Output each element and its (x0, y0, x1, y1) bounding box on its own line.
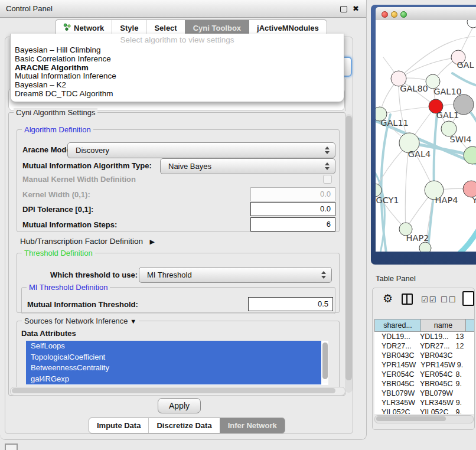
expand-right-icon: ▶ (150, 238, 155, 245)
spinner-arrows-icon (325, 162, 330, 171)
table-cell: 9. (455, 360, 474, 370)
bottom-tab-bar: Impute DataDiscretize DataInfer Network (89, 418, 285, 433)
columns-icon[interactable] (402, 294, 413, 305)
table-cell: YBR043C (374, 351, 415, 360)
table-row[interactable]: YBL079WYBL079W (374, 389, 474, 398)
network-node[interactable] (463, 181, 476, 197)
algorithm-option[interactable]: Bayesian – K2 (11, 81, 344, 90)
mi-steps-field[interactable]: 6 (250, 217, 335, 231)
resize-grip-box[interactable] (5, 444, 18, 450)
column-header[interactable]: shared... (374, 319, 421, 332)
table-horizontal-scrollbar[interactable] (374, 415, 474, 423)
aracne-mode-select[interactable]: Discovery (67, 142, 335, 158)
column-header[interactable]: A (466, 319, 475, 332)
table-row[interactable]: YIL052CYIL052C9. (374, 407, 474, 414)
node-label: HAP2 (406, 233, 429, 243)
mi-type-select[interactable]: Naive Bayes (160, 158, 335, 174)
network-window-titlebar (376, 7, 476, 21)
tab-impute-data[interactable]: Impute Data (89, 418, 148, 433)
table-cell: YIL052C (374, 407, 415, 414)
group-title: Algorithm Definition (22, 125, 93, 134)
table-cell: YDR27... (374, 341, 415, 351)
network-edge (399, 57, 458, 79)
hub-definition-expander[interactable]: Hub/Transcription Factor Definition ▶ (20, 236, 155, 246)
tab-discretize-data[interactable]: Discretize Data (148, 418, 219, 433)
attribute-item[interactable]: gal4RGexp (26, 374, 321, 385)
table-cell: YBR045C (415, 379, 454, 389)
data-attributes-label: Data Attributes (21, 329, 76, 338)
table-row[interactable]: YBR043CYBR043C (374, 351, 474, 360)
mi-threshold-field[interactable]: 0.5 (248, 297, 333, 311)
deselect-all-checkboxes-icon[interactable]: ☐☐ (441, 295, 457, 304)
apply-button[interactable]: Apply (158, 398, 201, 413)
table-row[interactable]: YDR27...YDR27...12 (374, 341, 474, 351)
zoom-traffic-light[interactable] (400, 11, 407, 18)
dpi-tolerance-field[interactable]: 0.0 (250, 202, 335, 216)
network-edge (434, 113, 437, 190)
control-panel-titlebar: Control Panel ✖ (0, 0, 366, 18)
network-canvas[interactable]: GAL80GAL10GAL1GAL11SWI4GAL4GCY1HAP4HAP2G… (376, 20, 476, 252)
table-cell: 12 (454, 341, 474, 351)
attributes-vertical-scrollbar[interactable] (322, 342, 328, 383)
algorithm-placeholder: Select algorithm to view settings (11, 34, 344, 46)
network-node[interactable] (467, 20, 476, 28)
tab-label: Select (154, 24, 177, 32)
table-row[interactable]: YDL19...YDL19...13 (374, 332, 474, 341)
algorithm-option[interactable]: Basic Correlation Inference (11, 55, 344, 64)
attribute-item[interactable]: SelfLoops (26, 341, 321, 352)
algorithm-option[interactable]: ARACNE Algorithm (11, 64, 344, 73)
table-row[interactable]: YBR045CYBR045C9. (374, 379, 474, 389)
table-row[interactable]: YPR145WYPR145W9. (374, 360, 474, 370)
gear-icon[interactable]: ⚙ (383, 293, 393, 304)
tab-label: Style (120, 24, 138, 32)
hub-definition-label: Hub/Transcription Factor Definition (20, 237, 143, 246)
table-row[interactable]: YER054CYER054C8. (374, 370, 474, 379)
sources-title: Sources for Network Inference (24, 317, 128, 325)
close-traffic-light[interactable] (382, 11, 388, 18)
node-label: GAL1 (436, 110, 459, 120)
attribute-item[interactable]: BetweennessCentrality (26, 363, 321, 374)
float-window-icon[interactable] (340, 6, 347, 12)
sources-expander[interactable]: Sources for Network Inference ▼ (22, 317, 139, 325)
data-attributes-list[interactable]: SelfLoopsTopologicalCoefficientBetweenne… (26, 341, 328, 385)
table-row[interactable]: YLR345WYLR345W9. (374, 398, 474, 407)
dpi-tolerance-label: DPI Tolerance [0,1]: (22, 205, 93, 214)
column-header[interactable]: name (421, 319, 466, 332)
close-icon[interactable]: ✖ (353, 0, 359, 17)
groupbox-edge (345, 79, 345, 111)
settings-vertical-scrollbar[interactable] (345, 114, 353, 393)
mi-type-label: Mutual Information Algorithm Type: (22, 161, 152, 170)
manual-kernel-label: Manual Kernel Width Definition (22, 175, 136, 184)
network-graph[interactable]: GAL80GAL10GAL1GAL11SWI4GAL4GCY1HAP4HAP2G… (376, 20, 476, 252)
network-edge (452, 73, 476, 86)
node-label: SWI4 (449, 135, 471, 144)
network-edge (456, 228, 476, 252)
which-threshold-select[interactable]: MI Threshold (139, 267, 332, 283)
attribute-item[interactable]: TopologicalCoefficient (26, 352, 321, 363)
network-view-window: GAL80GAL10GAL1GAL11SWI4GAL4GCY1HAP4HAP2G… (371, 5, 476, 265)
table-cell: YDL19... (415, 332, 454, 341)
minimize-traffic-light[interactable] (391, 11, 397, 18)
kernel-width-field[interactable]: 0.0 (250, 187, 335, 201)
algorithm-option[interactable]: Dream8 DC_TDC Algorithm (11, 90, 344, 99)
algorithm-option[interactable]: Mutual Information Inference (11, 72, 344, 81)
network-node[interactable] (419, 242, 431, 252)
network-edge (381, 115, 390, 252)
table-header-row: shared...nameA (374, 319, 475, 332)
tab-infer-network[interactable]: Infer Network (220, 418, 285, 433)
kernel-width-label: Kernel Width (0,1): (22, 190, 90, 199)
table-cell: YER054C (415, 370, 454, 379)
network-node[interactable] (464, 146, 476, 164)
algorithm-list: Bayesian – Hill ClimbingBasic Correlatio… (11, 46, 344, 99)
algorithm-option[interactable]: Bayesian – Hill Climbing (11, 46, 344, 55)
settings-horizontal-scrollbar[interactable] (10, 387, 345, 396)
manual-kernel-checkbox[interactable] (323, 175, 332, 184)
table-cell: 9. (454, 379, 474, 389)
mi-threshold-value: 0.5 (318, 298, 328, 311)
table-cell (454, 351, 474, 360)
node-label: GAL10 (433, 87, 462, 96)
select-all-checkboxes-icon[interactable]: ☑☑ (421, 295, 437, 304)
spinner-arrows-icon (325, 146, 330, 155)
table-cell: 13 (454, 332, 474, 341)
document-icon[interactable] (462, 291, 474, 306)
